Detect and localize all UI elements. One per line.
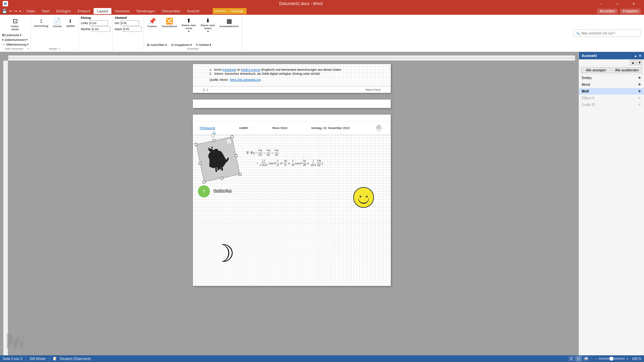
panel-scroll-up[interactable]: ▲ xyxy=(634,54,637,58)
panel-item-smiley[interactable]: Smiley 👁 xyxy=(579,75,644,81)
title-bar: W Dokument1.docx - Word ─ □ ✕ xyxy=(0,0,644,7)
resize-indicator[interactable]: ⤢ xyxy=(226,139,232,144)
handle-tl[interactable] xyxy=(194,143,197,146)
panel-title-controls: ▲ ✕ xyxy=(634,54,641,58)
handle-br[interactable] xyxy=(238,173,241,176)
ruler-marks xyxy=(8,55,575,61)
view-controls: ☰ ⊡ 📖 − + 100 % xyxy=(568,356,641,361)
auswahlbereich-button[interactable]: ▦ Auswahlbereich xyxy=(218,16,240,29)
tab-start[interactable]: Start xyxy=(39,8,53,14)
handle-bl[interactable] xyxy=(202,180,205,183)
seiten-raender-label: Seiten- xyxy=(11,25,19,28)
tab-ansicht[interactable]: Ansicht xyxy=(184,8,203,14)
save-quick-btn[interactable]: 💾 xyxy=(2,9,7,13)
word-icon: W xyxy=(3,1,8,6)
handle-ml[interactable] xyxy=(198,162,201,165)
panel-item-ellipse6-label: Ellipse 6 xyxy=(582,96,594,100)
zeilennummern-button[interactable]: ≡Zeilennummern▾ xyxy=(1,38,29,42)
zoom-slider-thumb[interactable] xyxy=(609,357,613,361)
tab-datei[interactable]: Datei xyxy=(23,8,39,14)
company-link[interactable]: Thinksecret xyxy=(200,126,215,130)
links-input[interactable] xyxy=(90,20,108,26)
anmelden-button[interactable]: Anmelden xyxy=(597,9,618,14)
position-button[interactable]: 📌 Position xyxy=(145,16,159,29)
abstand-title: Abstand xyxy=(115,16,142,19)
handle-mr[interactable] xyxy=(234,154,237,157)
search-input[interactable] xyxy=(581,32,638,35)
page-3: Thinksecret GMBH Rene Fürst Montag, 02. … xyxy=(193,115,391,286)
panel-item-ellipse6[interactable]: Ellipse 6 👁 xyxy=(579,95,644,102)
undo-quick-btn[interactable]: ↩ xyxy=(9,9,12,13)
seite-einrichten-expand[interactable]: ↗ xyxy=(27,47,29,50)
window-controls: ─ □ ✕ xyxy=(594,0,641,7)
moon-container[interactable]: ☽ xyxy=(213,242,235,266)
freigeben-button[interactable]: Freigeben xyxy=(620,9,641,14)
format-button[interactable]: 📄 Format xyxy=(51,16,63,47)
panel-item-wolf-eye-icon: 👁 xyxy=(638,89,641,93)
panel-item-wolf[interactable]: Wolf 👁 xyxy=(579,88,644,95)
smiley-container[interactable] xyxy=(353,187,374,208)
vor-input[interactable] xyxy=(121,20,139,26)
formula-line1: ∇ · ∇ψ = ∂²ψ ∂x² + ∂²ψ ∂y² + xyxy=(247,148,323,158)
source-link[interactable]: https://de.wikipedia.org xyxy=(230,78,261,81)
ebene-vorne-button[interactable]: ⬆ Ebene nach vorne ▾ xyxy=(180,16,198,34)
panel-close-icon[interactable]: ✕ xyxy=(639,54,641,58)
more-quick-btn[interactable]: ▾ xyxy=(19,9,21,13)
smiley-face xyxy=(353,187,374,208)
tab-sendungen[interactable]: Sendungen xyxy=(133,8,158,14)
show-all-button[interactable]: Alle anzeigen xyxy=(581,67,611,73)
panel-item-mond[interactable]: Mond 👁 xyxy=(579,81,644,88)
page-1-content: 1. NASA Factsheet on Earth's moons (Engl… xyxy=(193,64,391,86)
tab-format[interactable]: Format xyxy=(228,8,247,14)
earths-moons-link[interactable]: Earth's moons xyxy=(241,68,260,71)
tab-layout[interactable]: Layout xyxy=(94,8,111,14)
drehen-button[interactable]: ↻Drehen▾ xyxy=(194,43,213,47)
print-layout-btn[interactable]: ☰ xyxy=(568,356,574,361)
maximize-button[interactable]: □ xyxy=(610,0,625,7)
seite-einrichten-label: Seite einrichten ↗ xyxy=(1,47,29,50)
context-tab-bildtools[interactable]: Bildtools xyxy=(213,8,228,14)
zoom-slider[interactable] xyxy=(598,358,625,360)
redo-quick-btn[interactable]: ↪ xyxy=(14,9,17,13)
page-3-content[interactable]: ⚓ ⤢ ∇ · ∇ψ = ∂²ψ ∂x² xyxy=(193,135,391,286)
status-words: 169 Wörter xyxy=(29,357,46,361)
ruler-vertical xyxy=(3,61,8,362)
ausrichtung-button[interactable]: ↕ Ausrichtung xyxy=(32,16,50,47)
status-bar: Seite 3 von 3 169 Wörter 📝 Deutsch (Öste… xyxy=(0,355,644,362)
tab-ueberpruefen[interactable]: Überprüfen xyxy=(159,8,184,14)
tab-entwurf[interactable]: Entwurf xyxy=(74,8,93,14)
ausrichten-button[interactable]: ⊞Ausrichten▾ xyxy=(145,43,169,47)
tab-verweise[interactable]: Verweise xyxy=(111,8,133,14)
rechts-label: Rechts: xyxy=(81,27,91,31)
hxc-text[interactable]: Hxckhcvjkxc xyxy=(214,189,232,192)
nasa-link[interactable]: Factsheet xyxy=(223,68,236,71)
user-controls: Anmelden Freigeben xyxy=(597,9,644,14)
textumbruch-button[interactable]: 🔀 Textumbruch xyxy=(160,16,179,29)
panel-up-btn[interactable]: ▲ xyxy=(630,60,636,65)
nach-input[interactable] xyxy=(123,26,142,32)
handle-tc[interactable] xyxy=(212,139,215,142)
handle-tr[interactable] xyxy=(230,135,233,138)
rechts-input[interactable] xyxy=(92,26,110,32)
web-layout-btn[interactable]: ⊡ xyxy=(576,356,582,361)
panel-item-grafik32[interactable]: Grafik 32 👁 xyxy=(579,102,644,108)
tab-einfuegen[interactable]: Einfügen xyxy=(53,8,74,14)
ebene-hinten-button[interactable]: ⬇ Ebene nach hinten ▾ xyxy=(199,16,217,34)
gruppieren-button[interactable]: ⊡Gruppieren▾ xyxy=(169,43,194,47)
zoom-plus[interactable]: + xyxy=(626,357,628,361)
hide-all-button[interactable]: Alle ausblenden xyxy=(612,67,642,73)
minimize-button[interactable]: ─ xyxy=(594,0,609,7)
panel-down-btn[interactable]: ▼ xyxy=(637,60,643,65)
page-3-top-strip xyxy=(193,115,391,121)
absatz-expand[interactable]: ↗ xyxy=(58,47,60,50)
silbentrennung-button[interactable]: ↔Silbentrennung▾ xyxy=(1,42,29,47)
read-layout-btn[interactable]: 📖 xyxy=(583,356,589,361)
umbrueche-button[interactable]: ⊞Umbrüche▾ xyxy=(1,33,29,37)
zoom-minus[interactable]: − xyxy=(595,357,597,361)
handle-bc[interactable] xyxy=(220,177,223,180)
ribbon-group-ausrichtung: ↕ Ausrichtung 📄 Format ⫾ Spalten Absatz … xyxy=(31,15,79,51)
spalten-button[interactable]: ⫾ Spalten xyxy=(64,16,77,47)
seiten-raender-button[interactable]: ⊡ Seiten- ränder xyxy=(1,16,29,32)
close-button[interactable]: ✕ xyxy=(626,0,641,7)
wolf-image-container[interactable]: ⚓ ⤢ xyxy=(196,137,240,182)
